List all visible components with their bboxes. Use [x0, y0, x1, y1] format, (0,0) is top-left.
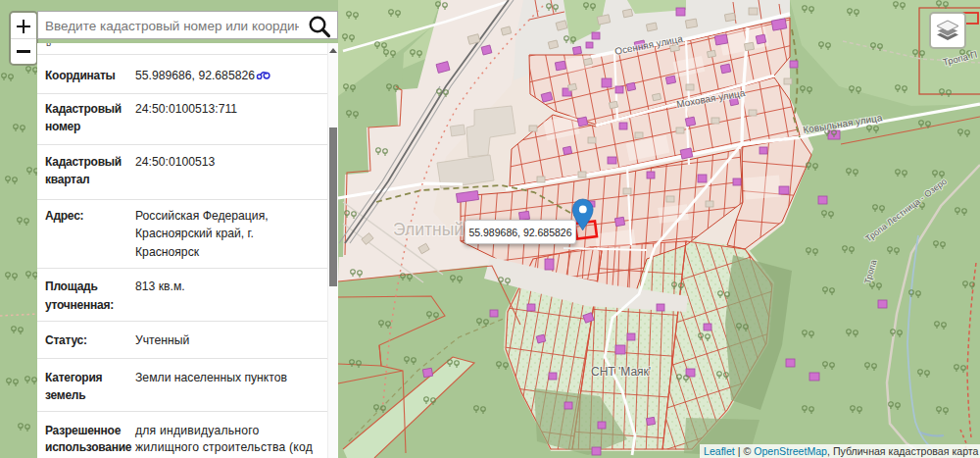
svg-text:СНТ 'Маяк': СНТ 'Маяк': [591, 365, 651, 379]
svg-text:Элитный: Элитный: [393, 220, 464, 239]
